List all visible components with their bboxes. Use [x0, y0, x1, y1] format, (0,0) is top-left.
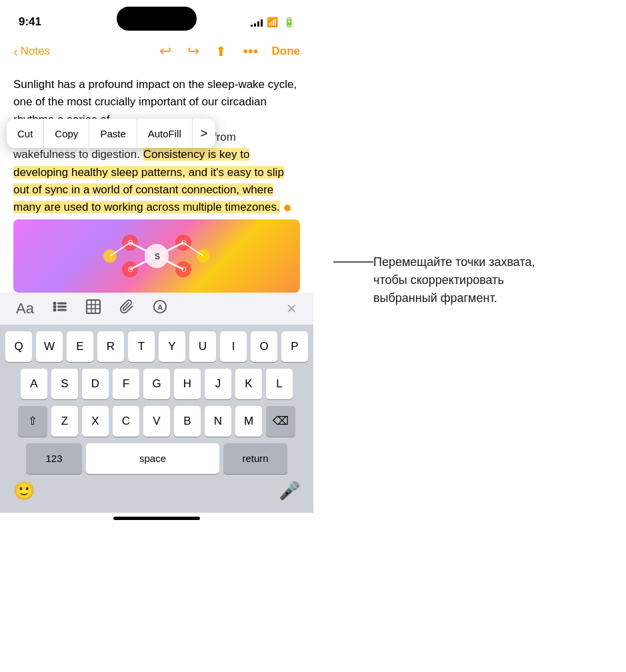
key-C[interactable]: C	[113, 406, 139, 437]
mic-button[interactable]: 🎤	[279, 481, 300, 501]
dynamic-island	[117, 7, 197, 31]
key-L[interactable]: L	[266, 369, 293, 399]
key-W[interactable]: W	[36, 331, 63, 362]
attach-icon	[119, 299, 134, 314]
svg-point-22	[53, 309, 56, 312]
key-I[interactable]: I	[220, 331, 247, 362]
more-options-button[interactable]: >	[193, 119, 216, 148]
share-button[interactable]: ⬆︎	[213, 41, 229, 62]
annotation-area: Перемещайте точки захвата,чтобы скоррект…	[313, 0, 626, 672]
back-chevron-icon: ‹	[13, 44, 18, 59]
emoji-button[interactable]: 🙂	[13, 481, 35, 501]
svg-text:A: A	[157, 303, 163, 311]
key-P[interactable]: P	[281, 331, 308, 362]
key-S[interactable]: S	[51, 369, 78, 399]
selection-handle-bottom[interactable]	[284, 205, 291, 211]
autofill-button[interactable]: AutoFill	[137, 119, 193, 148]
svg-text:O: O	[128, 239, 133, 247]
formatting-toolbar: Aa	[0, 293, 313, 325]
table-button[interactable]	[86, 299, 101, 318]
key-R[interactable]: R	[97, 331, 124, 362]
key-H[interactable]: H	[174, 369, 201, 399]
redo-button[interactable]: ↪	[185, 40, 202, 63]
key-G[interactable]: G	[143, 369, 170, 399]
keyboard-bottom: 🙂 🎤	[3, 475, 311, 510]
cut-button[interactable]: Cut	[7, 119, 44, 148]
key-A[interactable]: A	[21, 369, 47, 399]
paste-button[interactable]: Paste	[89, 119, 137, 148]
numbers-key[interactable]: 123	[26, 443, 82, 474]
svg-rect-21	[57, 306, 67, 308]
key-Q[interactable]: Q	[5, 331, 32, 362]
undo-button[interactable]: ↩	[157, 40, 174, 63]
list-icon	[53, 301, 67, 313]
key-E[interactable]: E	[67, 331, 93, 362]
status-time: 9:41	[19, 15, 41, 29]
back-label[interactable]: Notes	[21, 45, 50, 58]
molecule-image: S O O O O	[90, 223, 223, 289]
svg-point-18	[53, 302, 56, 305]
space-key[interactable]: space	[86, 443, 219, 474]
key-N[interactable]: N	[205, 406, 231, 437]
key-D[interactable]: D	[82, 369, 109, 399]
keyboard-row-bottom: 123 space return	[3, 443, 311, 474]
svg-rect-19	[57, 303, 67, 305]
markup-icon: A	[153, 299, 167, 314]
key-O[interactable]: O	[251, 331, 277, 362]
svg-rect-24	[87, 300, 100, 313]
key-K[interactable]: K	[235, 369, 262, 399]
key-J[interactable]: J	[205, 369, 231, 399]
battery-icon: 🔋	[283, 17, 295, 27]
keyboard-row-3: ⇧ Z X C V B N M ⌫	[3, 406, 311, 437]
svg-text:O: O	[181, 239, 187, 247]
key-T[interactable]: T	[128, 331, 155, 362]
key-B[interactable]: B	[174, 406, 201, 437]
annotation-line	[333, 261, 373, 263]
markup-button[interactable]: A	[153, 299, 167, 318]
svg-point-20	[53, 305, 56, 309]
svg-text:O: O	[128, 266, 133, 273]
status-icons: 📶 🔋	[251, 17, 295, 27]
note-image[interactable]: S O O O O	[13, 219, 300, 293]
toolbar-close-button[interactable]: ✕	[286, 301, 297, 317]
context-menu: Cut Copy Paste AutoFill >	[7, 119, 215, 148]
list-button[interactable]	[53, 301, 67, 316]
key-V[interactable]: V	[143, 406, 170, 437]
nav-bar: ‹ Notes ↩ ↪ ⬆︎ ••• Done	[0, 35, 313, 68]
keyboard: Q W E R T Y U I O P A S D F G H J K L ⇧ …	[0, 325, 313, 513]
table-icon	[86, 299, 101, 314]
annotation: Перемещайте точки захвата,чтобы скоррект…	[333, 253, 606, 307]
key-Y[interactable]: Y	[159, 331, 185, 362]
key-X[interactable]: X	[82, 406, 109, 437]
keyboard-row-2: A S D F G H J K L	[3, 369, 311, 399]
back-button[interactable]: ‹ Notes	[13, 44, 50, 59]
svg-text:S: S	[155, 252, 160, 261]
note-content: Cut Copy Paste AutoFill > Sunlight has a…	[0, 68, 313, 293]
svg-text:O: O	[181, 266, 187, 273]
copy-button[interactable]: Copy	[44, 119, 89, 148]
home-indicator	[113, 517, 200, 520]
attach-button[interactable]	[119, 299, 134, 318]
svg-rect-23	[57, 309, 67, 311]
wifi-icon: 📶	[267, 17, 278, 27]
delete-key[interactable]: ⌫	[266, 406, 295, 437]
annotation-text: Перемещайте точки захвата,чтобы скоррект…	[373, 253, 535, 307]
keyboard-row-1: Q W E R T Y U I O P	[3, 331, 311, 362]
key-U[interactable]: U	[189, 331, 216, 362]
key-Z[interactable]: Z	[51, 406, 78, 437]
font-button[interactable]: Aa	[16, 300, 34, 317]
key-F[interactable]: F	[113, 369, 139, 399]
shift-key[interactable]: ⇧	[18, 406, 47, 437]
more-button[interactable]: •••	[240, 40, 261, 63]
signal-icon	[251, 17, 263, 27]
done-button[interactable]: Done	[272, 45, 301, 58]
key-M[interactable]: M	[235, 406, 262, 437]
return-key[interactable]: return	[223, 443, 287, 474]
